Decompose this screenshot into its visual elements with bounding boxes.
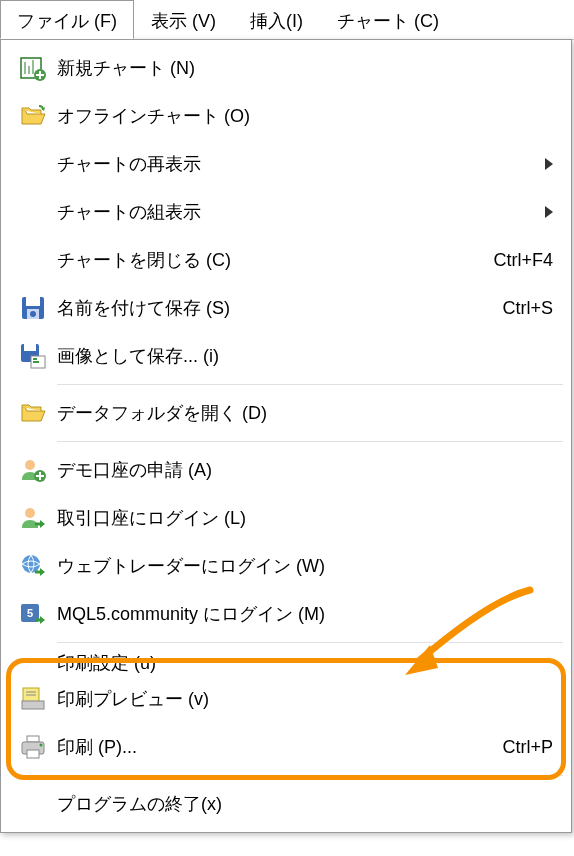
- menu-separator: [57, 642, 563, 643]
- menubar-insert[interactable]: 挿入(I): [233, 0, 320, 39]
- menu-item[interactable]: 印刷 (P)...Ctrl+P: [1, 723, 571, 771]
- svg-point-14: [25, 460, 35, 470]
- menu-item-label: オフラインチャート (O): [57, 104, 553, 128]
- menu-separator: [57, 384, 563, 385]
- menubar-file[interactable]: ファイル (F): [0, 0, 134, 39]
- svg-rect-26: [27, 750, 39, 758]
- menu-item[interactable]: 取引口座にログイン (L): [1, 494, 571, 542]
- menu-item-label: チャートの再表示: [57, 152, 537, 176]
- menubar-chart[interactable]: チャート (C): [320, 0, 456, 39]
- menu-item-label: チャートを閉じる (C): [57, 248, 473, 272]
- menu-item[interactable]: 印刷設定 (u): [1, 647, 571, 675]
- menu-item[interactable]: データフォルダを開く (D): [1, 389, 571, 437]
- submenu-arrow-icon: [545, 206, 553, 218]
- svg-rect-23: [22, 701, 44, 709]
- menu-item[interactable]: 新規チャート (N): [1, 44, 571, 92]
- menu-item-label: 画像として保存... (i): [57, 344, 553, 368]
- user-login-icon: [9, 504, 57, 532]
- svg-rect-10: [24, 344, 36, 351]
- save-image-icon: [9, 342, 57, 370]
- menu-item[interactable]: ウェブトレーダーにログイン (W): [1, 542, 571, 590]
- menu-item[interactable]: プログラムの終了(x): [1, 780, 571, 828]
- menu-item-label: 新規チャート (N): [57, 56, 553, 80]
- new-chart-icon: [9, 54, 57, 82]
- svg-point-17: [22, 555, 40, 573]
- svg-text:5: 5: [27, 607, 33, 619]
- menu-item-label: MQL5.community にログイン (M): [57, 602, 553, 626]
- menubar-view[interactable]: 表示 (V): [134, 0, 233, 39]
- svg-point-16: [25, 508, 35, 518]
- menu-item[interactable]: 画像として保存... (i): [1, 332, 571, 380]
- svg-point-8: [30, 311, 36, 317]
- menu-item-label: データフォルダを開く (D): [57, 401, 553, 425]
- menu-item-shortcut: Ctrl+F4: [493, 250, 553, 271]
- menu-item-label: 名前を付けて保存 (S): [57, 296, 482, 320]
- printer-icon: [9, 733, 57, 761]
- menu-item[interactable]: チャートの組表示: [1, 188, 571, 236]
- folder-open-yellow-icon: [9, 399, 57, 427]
- submenu-arrow-icon: [545, 158, 553, 170]
- menu-item-label: プログラムの終了(x): [57, 792, 553, 816]
- menu-item-label: 取引口座にログイン (L): [57, 506, 553, 530]
- svg-point-27: [40, 744, 43, 747]
- svg-rect-12: [33, 358, 37, 360]
- menu-item-label: 印刷 (P)...: [57, 735, 482, 759]
- menu-item-shortcut: Ctrl+S: [502, 298, 553, 319]
- menu-item[interactable]: デモ口座の申請 (A): [1, 446, 571, 494]
- svg-rect-24: [27, 736, 39, 742]
- mql5-icon: 5: [9, 600, 57, 628]
- menu-item-label: チャートの組表示: [57, 200, 537, 224]
- menu-item[interactable]: 名前を付けて保存 (S)Ctrl+S: [1, 284, 571, 332]
- svg-rect-6: [26, 297, 40, 306]
- menu-item-label: 印刷プレビュー (v): [57, 687, 553, 711]
- menu-item-shortcut: Ctrl+P: [502, 737, 553, 758]
- folder-open-green-icon: [9, 102, 57, 130]
- menu-item[interactable]: オフラインチャート (O): [1, 92, 571, 140]
- globe-icon: [9, 552, 57, 580]
- file-dropdown: 新規チャート (N)オフラインチャート (O)チャートの再表示チャートの組表示チ…: [0, 39, 572, 833]
- svg-rect-13: [33, 361, 39, 363]
- menu-item[interactable]: 5MQL5.community にログイン (M): [1, 590, 571, 638]
- menu-separator: [57, 775, 563, 776]
- menu-item[interactable]: チャートを閉じる (C)Ctrl+F4: [1, 236, 571, 284]
- print-preview-icon: [9, 685, 57, 713]
- menubar: ファイル (F) 表示 (V) 挿入(I) チャート (C): [0, 0, 574, 40]
- menu-item[interactable]: チャートの再表示: [1, 140, 571, 188]
- menu-separator: [57, 441, 563, 442]
- menu-item-label: 印刷設定 (u): [57, 651, 553, 675]
- menu-item-label: ウェブトレーダーにログイン (W): [57, 554, 553, 578]
- user-add-icon: [9, 456, 57, 484]
- menu-item[interactable]: 印刷プレビュー (v): [1, 675, 571, 723]
- save-icon: [9, 294, 57, 322]
- menu-item-label: デモ口座の申請 (A): [57, 458, 553, 482]
